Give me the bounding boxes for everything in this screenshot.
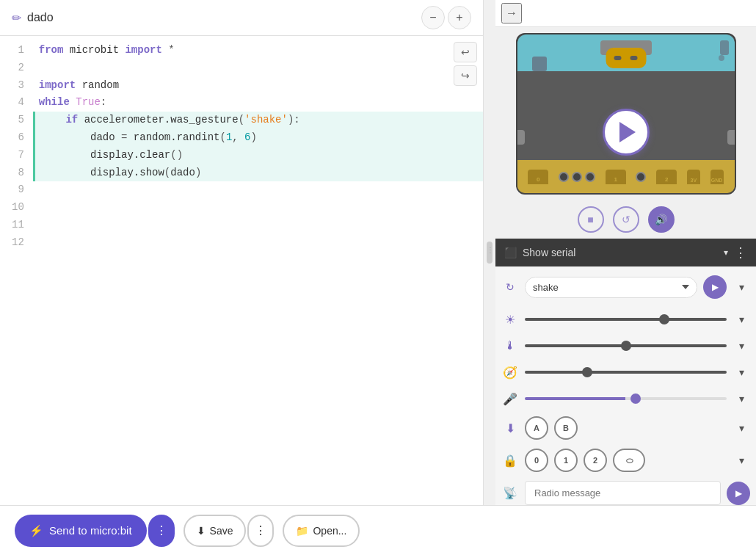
- download-icon: ⬇: [501, 419, 519, 437]
- simulator-panel: →: [495, 0, 756, 505]
- code-lines: from microbit import * import random whi…: [33, 42, 483, 499]
- volume-button[interactable]: 🔊: [648, 206, 675, 233]
- light-expand-button[interactable]: ▾: [733, 311, 750, 328]
- temperature-expand-button[interactable]: ▾: [733, 337, 750, 355]
- microbit-button-b[interactable]: [727, 130, 736, 145]
- light-slider[interactable]: [525, 318, 727, 321]
- microphone-slider-row: 🎤 ▾: [501, 390, 750, 407]
- gesture-run-button[interactable]: ▶: [703, 275, 727, 299]
- save-button-group: ⬇ Save ⋮: [183, 515, 275, 547]
- compass-slider-container: [525, 371, 727, 374]
- code-line: import random: [33, 77, 483, 95]
- pin-2[interactable]: 2: [656, 170, 677, 184]
- pin-hole-small: [559, 172, 569, 182]
- save-button[interactable]: ⬇ Save: [183, 515, 247, 547]
- microphone-slider-container: [525, 397, 727, 400]
- microbit-corner-mark-tl: [532, 57, 547, 71]
- pin-row: 🔒 0 1 2 ⬭ ▾: [501, 449, 750, 472]
- code-editor[interactable]: 1234 5678 9101112 from microbit import *…: [0, 36, 483, 505]
- compass-slider[interactable]: [525, 371, 727, 374]
- save-icon: ⬇: [197, 525, 206, 537]
- code-line: [33, 217, 483, 234]
- redo-button[interactable]: ↪: [454, 65, 477, 86]
- serial-dropdown-label: ▾: [724, 247, 728, 258]
- radio-message-input[interactable]: [525, 481, 721, 505]
- pin-0[interactable]: 0: [528, 170, 548, 184]
- microbit-play-button[interactable]: [603, 109, 650, 156]
- undo-button[interactable]: ↩: [454, 42, 477, 62]
- gesture-expand-button[interactable]: ▾: [733, 278, 750, 296]
- microbit-right-eye: [630, 56, 638, 60]
- send-more-button[interactable]: ⋮: [148, 515, 175, 547]
- microbit-display: 0 1 2 3V GND: [495, 27, 756, 200]
- compass-icon: 🧭: [501, 363, 519, 381]
- pins-expand-button[interactable]: ▾: [733, 451, 750, 469]
- microbit-eyes: [614, 56, 638, 60]
- code-line: display.clear(): [33, 147, 483, 164]
- light-slider-row: ☀ ▾: [501, 311, 750, 328]
- resize-handle[interactable]: ⋮: [487, 242, 493, 264]
- save-more-button[interactable]: ⋮: [247, 515, 274, 547]
- editor-header: ✏ dado − +: [0, 0, 483, 36]
- microphone-slider[interactable]: [525, 397, 727, 400]
- pin-hole-small: [572, 172, 582, 182]
- open-button[interactable]: 📁 Open...: [283, 515, 360, 547]
- send-to-microbit-button[interactable]: ⚡ Send to micro:bit: [15, 515, 147, 547]
- serial-label: Show serial: [523, 247, 718, 258]
- gesture-icon: ↻: [501, 278, 519, 296]
- microbit-left-eye: [614, 56, 622, 60]
- zoom-in-button[interactable]: +: [448, 6, 471, 29]
- pin-1[interactable]: 1: [606, 170, 626, 184]
- compass-slider-row: 🧭 ▾: [501, 363, 750, 381]
- microbit-simulator: 0 1 2 3V GND: [516, 33, 736, 195]
- send-label: Send to micro:bit: [49, 524, 132, 537]
- code-line: [33, 234, 483, 252]
- panel-divider: ⋮: [484, 0, 495, 505]
- temperature-slider-row: 🌡 ▾: [501, 337, 750, 355]
- pin-button-2[interactable]: 2: [584, 449, 607, 472]
- play-icon: [619, 122, 636, 142]
- button-a[interactable]: A: [525, 416, 548, 440]
- edit-icon: ✏: [12, 11, 21, 25]
- pin-button-0[interactable]: 0: [525, 449, 548, 472]
- gesture-select[interactable]: shake up down left right face up face do…: [525, 277, 697, 298]
- code-line: if accelerometer.was_gesture('shake'):: [33, 112, 483, 129]
- microbit-dot-tr: [719, 55, 724, 61]
- pin-gnd: GND: [710, 170, 724, 184]
- pin-button-1[interactable]: 1: [554, 449, 578, 472]
- save-label: Save: [210, 525, 233, 537]
- button-row: ⬇ A B ▾: [501, 416, 750, 440]
- microbit-corner-mark-tr: [720, 40, 729, 55]
- pin-holes: [559, 172, 595, 182]
- code-line: display.show(dado): [33, 164, 483, 182]
- microphone-expand-button[interactable]: ▾: [733, 390, 750, 407]
- editor-panel: ✏ dado − + 1234 5678 9101112 from microb…: [0, 0, 484, 505]
- radio-row: 📡 ▶: [501, 481, 750, 505]
- code-line: [33, 199, 483, 217]
- send-button-group: ⚡ Send to micro:bit ⋮: [15, 515, 175, 547]
- send-icon: ⚡: [29, 524, 43, 537]
- sim-collapse-button[interactable]: →: [501, 3, 522, 23]
- buttons-expand-button[interactable]: ▾: [733, 419, 750, 437]
- code-line: while True:: [33, 94, 483, 112]
- zoom-out-button[interactable]: −: [421, 6, 445, 29]
- open-label: Open...: [313, 525, 346, 537]
- microbit-button-a[interactable]: [516, 130, 525, 145]
- code-line: dado = random.randint(1, 6): [33, 129, 483, 147]
- serial-dropdown-button[interactable]: ▾: [724, 247, 728, 258]
- serial-more-button[interactable]: ⋮: [734, 244, 747, 261]
- compass-expand-button[interactable]: ▾: [733, 363, 750, 381]
- button-b[interactable]: B: [554, 416, 578, 440]
- restart-button[interactable]: ↺: [613, 206, 639, 233]
- sim-controls-area: ↻ shake up down left right face up face …: [495, 266, 756, 505]
- pin-button-logo[interactable]: ⬭: [613, 449, 645, 472]
- temperature-slider-container: [525, 344, 727, 347]
- sim-header: →: [495, 0, 756, 27]
- sim-controls: ■ ↺ 🔊: [495, 200, 756, 239]
- radio-send-button[interactable]: ▶: [727, 482, 750, 505]
- pin-3v: 3V: [687, 170, 700, 184]
- stop-button[interactable]: ■: [578, 206, 604, 233]
- line-numbers: 1234 5678 9101112: [0, 42, 33, 499]
- temperature-slider[interactable]: [525, 344, 727, 347]
- undo-redo-controls: ↩ ↪: [454, 42, 477, 86]
